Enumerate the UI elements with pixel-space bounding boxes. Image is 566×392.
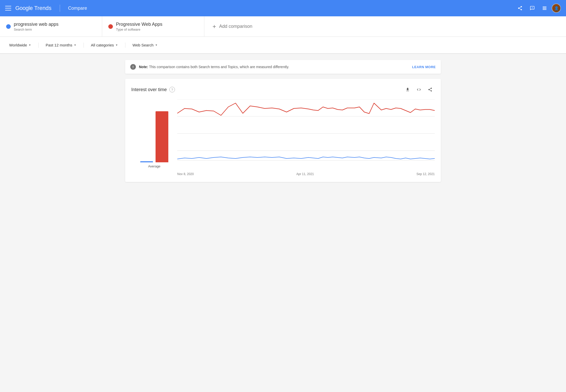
chip-dot-red: [108, 24, 113, 29]
logo-google: Google: [15, 5, 33, 11]
avg-bars: [140, 106, 168, 162]
x-label-3: Sep 12, 2021: [417, 172, 435, 176]
apps-button[interactable]: [539, 3, 550, 13]
chip-text-1: progressive web apps Search term: [14, 22, 58, 31]
note-banner: ! Note: This comparison contains both Se…: [125, 60, 441, 74]
embed-chart-button[interactable]: [414, 85, 423, 94]
avatar[interactable]: 👤: [552, 4, 561, 13]
add-comparison-label: Add comparison: [219, 24, 252, 29]
add-comparison-button[interactable]: + Add comparison: [204, 16, 566, 36]
logo: Google Trends: [15, 5, 52, 11]
interest-chart-card: Interest over time ?: [125, 79, 441, 182]
note-body: This comparison contains both Search ter…: [149, 65, 289, 69]
chart-actions: [403, 85, 435, 94]
time-range-dropdown[interactable]: Past 12 months ▼: [43, 41, 79, 49]
share-chart-button[interactable]: [426, 85, 435, 94]
chip-type-2: Type of software: [116, 28, 162, 31]
blue-line: [177, 157, 435, 159]
page-title: Compare: [68, 6, 87, 11]
chart-header: Interest over time ?: [131, 85, 435, 94]
header-left: Google Trends Compare: [5, 5, 515, 12]
header-divider: [60, 5, 60, 12]
note-left: ! Note: This comparison contains both Se…: [130, 64, 289, 70]
x-axis-labels: Nov 8, 2020 Apr 11, 2021 Sep 12, 2021: [177, 171, 435, 176]
time-range-label: Past 12 months: [46, 43, 72, 47]
download-chart-button[interactable]: [403, 85, 412, 94]
filter-sep-1: [38, 43, 39, 48]
note-bold: Note:: [139, 65, 148, 69]
avatar-image: 👤: [552, 4, 560, 12]
worldwide-dropdown[interactable]: Worldwide ▼: [6, 41, 34, 49]
chart-title: Interest over time: [131, 87, 167, 92]
app-header: Google Trends Compare 👤: [0, 0, 566, 16]
learn-more-button[interactable]: LEARN MORE: [412, 65, 436, 69]
chart-help-icon[interactable]: ?: [169, 87, 175, 92]
chip-name-2: Progressive Web Apps: [116, 22, 162, 27]
categories-caret: ▼: [115, 44, 118, 46]
worldwide-caret: ▼: [29, 44, 31, 46]
avg-bar-blue: [140, 161, 153, 162]
search-type-label: Web Search: [133, 43, 154, 47]
time-range-caret: ▼: [74, 44, 76, 46]
line-chart: 100 75 50 25 Nov 8, 2020 Apr 11, 2021 Se…: [177, 99, 435, 176]
menu-icon[interactable]: [5, 6, 11, 10]
logo-trends: Trends: [34, 5, 52, 11]
average-container: Average: [131, 99, 177, 176]
categories-dropdown[interactable]: All categories ▼: [88, 41, 121, 49]
note-icon: !: [130, 64, 136, 70]
main-content: ! Note: This comparison contains both Se…: [117, 54, 449, 188]
chart-title-group: Interest over time ?: [131, 87, 175, 92]
search-type-caret: ▼: [155, 44, 158, 46]
worldwide-label: Worldwide: [9, 43, 27, 47]
chip-text-2: Progressive Web Apps Type of software: [116, 22, 162, 31]
filter-row: Worldwide ▼ Past 12 months ▼ All categor…: [0, 37, 566, 54]
chip-search-term[interactable]: progressive web apps Search term: [0, 16, 102, 36]
x-label-2: Apr 11, 2021: [296, 172, 314, 176]
red-line: [177, 103, 435, 115]
avg-bar-red: [156, 111, 168, 162]
share-button[interactable]: [515, 3, 525, 13]
plus-icon: +: [213, 23, 216, 30]
chip-type-1: Search term: [14, 28, 58, 31]
line-chart-svg: 100 75 50 25: [177, 99, 435, 168]
avg-label: Average: [148, 164, 160, 168]
chart-area: Average 100 75 50 25: [131, 99, 435, 176]
header-right: 👤: [515, 3, 561, 13]
note-text: Note: This comparison contains both Sear…: [139, 65, 289, 69]
chips-row: progressive web apps Search term Progres…: [0, 16, 566, 37]
feedback-button[interactable]: [527, 3, 537, 13]
filter-sep-2: [84, 43, 84, 48]
chip-dot-blue: [6, 24, 11, 29]
chip-name-1: progressive web apps: [14, 22, 58, 27]
search-type-dropdown[interactable]: Web Search ▼: [129, 41, 161, 49]
chip-topic[interactable]: Progressive Web Apps Type of software: [102, 16, 204, 36]
categories-label: All categories: [91, 43, 114, 47]
x-label-1: Nov 8, 2020: [177, 172, 194, 176]
filter-sep-3: [125, 43, 125, 48]
